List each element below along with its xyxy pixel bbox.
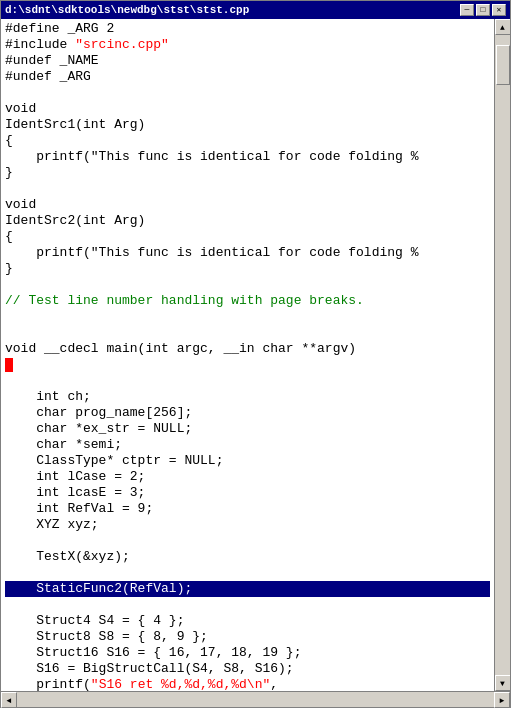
code-line <box>5 597 490 613</box>
code-line: int RefVal = 9; <box>5 501 490 517</box>
scroll-up-button[interactable]: ▲ <box>495 19 511 35</box>
code-line: Struct8 S8 = { 8, 9 }; <box>5 629 490 645</box>
scroll-left-button[interactable]: ◄ <box>1 692 17 708</box>
code-line: char *ex_str = NULL; <box>5 421 490 437</box>
code-line: printf("S16 ret %d,%d,%d,%d\n", <box>5 677 490 691</box>
scroll-right-button[interactable]: ► <box>494 692 510 708</box>
scroll-track[interactable] <box>495 35 510 675</box>
code-line <box>5 325 490 341</box>
code-line: ClassType* ctptr = NULL; <box>5 453 490 469</box>
string-literal: "srcinc.cpp" <box>75 37 169 52</box>
code-line: char *semi; <box>5 437 490 453</box>
minimize-button[interactable]: ─ <box>460 4 474 16</box>
maximize-button[interactable]: □ <box>476 4 490 16</box>
scroll-h-track[interactable] <box>17 692 494 707</box>
code-line: #undef _ARG <box>5 69 490 85</box>
code-line: int ch; <box>5 389 490 405</box>
code-line: Struct4 S4 = { 4 }; <box>5 613 490 629</box>
breakpoint-indicator <box>5 358 13 372</box>
code-line: void <box>5 101 490 117</box>
code-line <box>5 85 490 101</box>
code-line: XYZ xyz; <box>5 517 490 533</box>
scroll-down-button[interactable]: ▼ <box>495 675 511 691</box>
vertical-scrollbar[interactable]: ▲ ▼ <box>494 19 510 691</box>
title-text: d:\sdnt\sdktools\newdbg\stst\stst.cpp <box>5 4 249 16</box>
code-line: TestX(&xyz); <box>5 549 490 565</box>
close-button[interactable]: ✕ <box>492 4 506 16</box>
code-line: printf("This func is identical for code … <box>5 245 490 261</box>
code-line <box>5 357 490 373</box>
scroll-thumb[interactable] <box>496 45 510 85</box>
code-line: IdentSrc2(int Arg) <box>5 213 490 229</box>
horizontal-scrollbar[interactable]: ◄ ► <box>1 691 510 707</box>
code-content[interactable]: #define _ARG 2#include "srcinc.cpp"#unde… <box>1 19 494 691</box>
string-literal: "S16 ret %d,%d,%d,%d\n" <box>91 677 270 691</box>
code-line <box>5 181 490 197</box>
main-window: d:\sdnt\sdktools\newdbg\stst\stst.cpp ─ … <box>0 0 511 708</box>
code-line: char prog_name[256]; <box>5 405 490 421</box>
code-line <box>5 309 490 325</box>
code-line: } <box>5 261 490 277</box>
editor-area: #define _ARG 2#include "srcinc.cpp"#unde… <box>1 19 510 691</box>
code-container: #define _ARG 2#include "srcinc.cpp"#unde… <box>1 19 494 691</box>
code-line: void __cdecl main(int argc, __in char **… <box>5 341 490 357</box>
code-line: { <box>5 133 490 149</box>
code-line: S16 = BigStructCall(S4, S8, S16); <box>5 661 490 677</box>
code-line: #define _ARG 2 <box>5 21 490 37</box>
title-bar: d:\sdnt\sdktools\newdbg\stst\stst.cpp ─ … <box>1 1 510 19</box>
code-line <box>5 277 490 293</box>
title-buttons: ─ □ ✕ <box>460 4 506 16</box>
code-line: void <box>5 197 490 213</box>
code-line <box>5 565 490 581</box>
code-line: #include "srcinc.cpp" <box>5 37 490 53</box>
code-line: #undef _NAME <box>5 53 490 69</box>
code-line: int lcasE = 3; <box>5 485 490 501</box>
code-line: printf("This func is identical for code … <box>5 149 490 165</box>
code-line: IdentSrc1(int Arg) <box>5 117 490 133</box>
code-line: Struct16 S16 = { 16, 17, 18, 19 }; <box>5 645 490 661</box>
code-line: } <box>5 165 490 181</box>
code-line <box>5 533 490 549</box>
comment-text: // Test line number handling with page b… <box>5 293 364 308</box>
code-line: int lCase = 2; <box>5 469 490 485</box>
code-line <box>5 373 490 389</box>
code-line: StaticFunc2(RefVal); <box>5 581 490 597</box>
code-line: // Test line number handling with page b… <box>5 293 490 309</box>
code-line: { <box>5 229 490 245</box>
